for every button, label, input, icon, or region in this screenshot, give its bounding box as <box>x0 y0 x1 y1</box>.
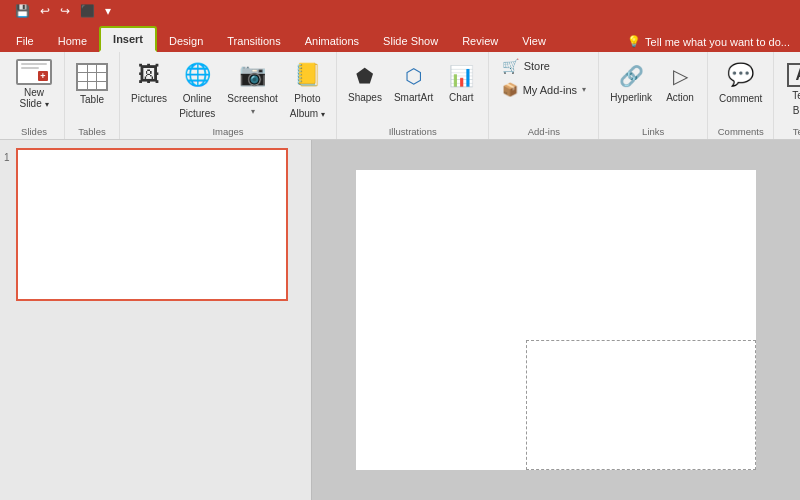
slide-panel: 1 <box>0 140 312 500</box>
new-slide-icon: + <box>16 59 52 85</box>
hyperlink-button[interactable]: 🔗 Hyperlink <box>605 56 657 107</box>
online-pictures-button[interactable]: 🌐 Online Pictures <box>174 56 220 123</box>
slides-group-label: Slides <box>21 124 47 137</box>
table-label: Table <box>80 93 104 106</box>
slide-thumbnail[interactable] <box>16 148 288 301</box>
smartart-button[interactable]: ⬡ SmartArt <box>389 56 438 107</box>
tell-me-text: Tell me what you want to do... <box>645 36 790 48</box>
online-pictures-label: Online <box>183 92 212 105</box>
my-addins-button[interactable]: 📦 My Add-ins ▾ <box>497 80 591 99</box>
tab-animations[interactable]: Animations <box>293 30 371 52</box>
online-pictures-icon: 🌐 <box>184 61 211 90</box>
ribbon-group-links: 🔗 Hyperlink ▷ Action Links <box>599 52 708 139</box>
pictures-button[interactable]: 🖼 Pictures <box>126 56 172 108</box>
slide-number: 1 <box>4 148 10 163</box>
pictures-icon: 🖼 <box>138 61 160 90</box>
comment-button[interactable]: 💬 Comment <box>714 56 767 108</box>
text-group-label: Text <box>793 124 800 137</box>
slide-thumb-wrapper: 1 <box>4 148 307 301</box>
photo-album-label: Photo <box>294 92 320 105</box>
lightbulb-icon: 💡 <box>627 35 641 48</box>
main-area: 1 <box>0 140 800 500</box>
tab-file[interactable]: File <box>4 30 46 52</box>
text-placeholder <box>526 340 756 470</box>
store-icon: 🛒 <box>502 58 519 74</box>
tell-me-box[interactable]: 💡 Tell me what you want to do... <box>617 31 800 52</box>
title-bar: 💾 ↩ ↪ ⬛ ▾ <box>0 0 800 22</box>
screenshot-dropdown-icon: ▾ <box>251 107 255 117</box>
screenshot-icon: 📷 <box>239 61 266 90</box>
ribbon-group-slides: + New Slide ▾ Slides <box>4 52 65 139</box>
text-box-button[interactable]: A Text Box <box>780 56 800 120</box>
tab-transitions[interactable]: Transitions <box>215 30 292 52</box>
photo-album-label2: Album ▾ <box>290 107 325 120</box>
new-slide-button[interactable]: + New Slide ▾ <box>10 56 58 112</box>
record-icon[interactable]: ⬛ <box>77 3 98 19</box>
quick-access-toolbar: 💾 ↩ ↪ ⬛ ▾ <box>12 3 114 19</box>
undo-icon[interactable]: ↩ <box>37 3 53 19</box>
addins-group-label: Add-ins <box>528 124 560 137</box>
ribbon-group-comments: 💬 Comment Comments <box>708 52 774 139</box>
my-addins-icon: 📦 <box>502 82 518 97</box>
my-addins-dropdown: ▾ <box>582 85 586 94</box>
smartart-label: SmartArt <box>394 91 433 104</box>
hyperlink-label: Hyperlink <box>610 91 652 104</box>
pictures-label: Pictures <box>131 92 167 105</box>
chart-button[interactable]: 📊 Chart <box>440 56 482 107</box>
text-box-label: Text <box>792 89 800 102</box>
screenshot-label: Screenshot <box>227 92 278 105</box>
images-group-label: Images <box>212 124 243 137</box>
hyperlink-icon: 🔗 <box>619 63 644 89</box>
ribbon-group-addins: 🛒 Store 📦 My Add-ins ▾ Add-ins <box>489 52 599 139</box>
photo-album-icon: 📒 <box>294 61 321 90</box>
chart-label: Chart <box>449 91 473 104</box>
comment-icon: 💬 <box>727 61 754 90</box>
tab-review[interactable]: Review <box>450 30 510 52</box>
action-icon: ▷ <box>673 63 688 89</box>
store-label: Store <box>524 60 550 72</box>
shapes-icon: ⬟ <box>356 63 373 89</box>
ribbon-group-text: A Text Box Text <box>774 52 800 139</box>
screenshot-button[interactable]: 📷 Screenshot ▾ <box>222 56 283 120</box>
comment-label: Comment <box>719 92 762 105</box>
ribbon-tabs: File Home Insert Design Transitions Anim… <box>0 22 800 52</box>
table-icon <box>76 63 108 91</box>
ribbon-group-illustrations: ⬟ Shapes ⬡ SmartArt 📊 Chart Illustration… <box>337 52 489 139</box>
action-button[interactable]: ▷ Action <box>659 56 701 107</box>
chart-icon: 📊 <box>449 63 474 89</box>
ribbon-group-images: 🖼 Pictures 🌐 Online Pictures 📷 Screensho… <box>120 52 337 139</box>
shapes-label: Shapes <box>348 91 382 104</box>
tab-home[interactable]: Home <box>46 30 99 52</box>
ribbon-content: + New Slide ▾ Slides Table Tables <box>0 52 800 140</box>
shapes-button[interactable]: ⬟ Shapes <box>343 56 387 107</box>
ribbon-group-tables: Table Tables <box>65 52 120 139</box>
tab-insert[interactable]: Insert <box>99 26 157 52</box>
save-icon[interactable]: 💾 <box>12 3 33 19</box>
tab-view[interactable]: View <box>510 30 558 52</box>
text-box-icon: A <box>787 63 800 87</box>
tab-design[interactable]: Design <box>157 30 215 52</box>
links-group-label: Links <box>642 124 664 137</box>
customize-icon[interactable]: ▾ <box>102 3 114 19</box>
editing-area <box>312 140 800 500</box>
online-pictures-label2: Pictures <box>179 107 215 120</box>
action-label: Action <box>666 91 694 104</box>
table-button[interactable]: Table <box>71 56 113 109</box>
text-box-label2: Box <box>793 104 800 117</box>
illustrations-group-label: Illustrations <box>389 124 437 137</box>
tab-slideshow[interactable]: Slide Show <box>371 30 450 52</box>
my-addins-label: My Add-ins <box>523 84 577 96</box>
slide-canvas[interactable] <box>356 170 756 470</box>
store-button[interactable]: 🛒 Store <box>497 56 555 76</box>
smartart-icon: ⬡ <box>405 63 422 89</box>
comments-group-label: Comments <box>718 124 764 137</box>
photo-album-button[interactable]: 📒 Photo Album ▾ <box>285 56 330 123</box>
redo-icon[interactable]: ↪ <box>57 3 73 19</box>
tables-group-label: Tables <box>78 124 105 137</box>
